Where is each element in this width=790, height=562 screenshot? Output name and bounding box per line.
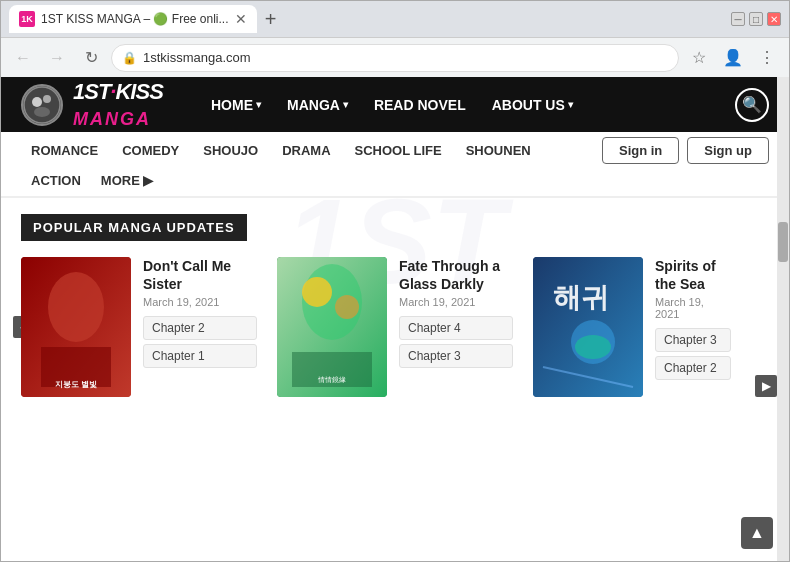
signin-button[interactable]: Sign in: [602, 137, 679, 164]
svg-point-2: [43, 95, 51, 103]
minimize-button[interactable]: ─: [731, 12, 745, 26]
signup-button[interactable]: Sign up: [687, 137, 769, 164]
new-tab-button[interactable]: +: [257, 5, 285, 33]
cover-image-2: 情情鏡緣: [277, 257, 387, 397]
manga-card-3: 해귀 Spirits of the Sea March 19, 2021 Cha…: [533, 257, 769, 397]
header-nav: HOME ▾ MANGA ▾ READ NOVEL ABOUT US ▾: [201, 91, 735, 119]
genre-comedy[interactable]: COMEDY: [112, 139, 189, 162]
genre-nav-wrapper: ROMANCE COMEDY SHOUJO DRAMA SCHOOL LIFE …: [1, 132, 789, 198]
genre-row1: ROMANCE COMEDY SHOUJO DRAMA SCHOOL LIFE …: [21, 134, 769, 166]
window-controls: ─ □ ✕: [731, 12, 781, 26]
manga-date-1: March 19, 2021: [143, 296, 257, 308]
browser-controls: ← → ↻ 🔒 1stkissmanga.com ☆ 👤 ⋮: [1, 37, 789, 77]
genre-school-life[interactable]: SCHOOL LIFE: [345, 139, 452, 162]
genre-more-button[interactable]: MORE ▶: [95, 169, 159, 192]
scroll-to-top-button[interactable]: ▲: [741, 517, 773, 549]
manga-card-2: 情情鏡緣 Fate Through a Glass Darkly March 1…: [277, 257, 513, 397]
browser-frame: 1K 1ST KISS MANGA – 🟢 Free onli... ✕ + ─…: [0, 0, 790, 562]
manga-cover-1: 지붕도 별빛: [21, 257, 131, 397]
bookmark-button[interactable]: ☆: [685, 44, 713, 72]
site-header: 1ST·KISS MANGA HOME ▾ MANGA ▾ READ NOVEL…: [1, 77, 789, 132]
svg-text:情情鏡緣: 情情鏡緣: [317, 376, 346, 383]
active-tab[interactable]: 1K 1ST KISS MANGA – 🟢 Free onli... ✕: [9, 5, 257, 33]
manga-cover-3: 해귀: [533, 257, 643, 397]
chapter-link-3-1[interactable]: Chapter 2: [655, 356, 731, 380]
svg-point-3: [34, 107, 50, 117]
svg-point-17: [575, 335, 611, 359]
auth-buttons: Sign in Sign up: [602, 137, 769, 164]
forward-button[interactable]: →: [43, 44, 71, 72]
svg-point-0: [24, 87, 60, 123]
logo-area: 1ST·KISS MANGA: [21, 79, 201, 131]
tab-close-button[interactable]: ✕: [235, 11, 247, 27]
nav-manga[interactable]: MANGA ▾: [277, 91, 358, 119]
genre-action[interactable]: ACTION: [21, 169, 91, 192]
manga-cover-2: 情情鏡緣: [277, 257, 387, 397]
section-title: POPULAR MANGA UPDATES: [21, 214, 247, 241]
tab-bar: 1K 1ST KISS MANGA – 🟢 Free onli... ✕ +: [9, 5, 719, 33]
logo-text: 1ST·KISS MANGA: [73, 79, 163, 131]
chapter-link-2-0[interactable]: Chapter 4: [399, 316, 513, 340]
lock-icon: 🔒: [122, 51, 137, 65]
genre-romance[interactable]: ROMANCE: [21, 139, 108, 162]
cover-image-3: 해귀: [533, 257, 643, 397]
tab-title: 1ST KISS MANGA – 🟢 Free onli...: [41, 12, 229, 26]
nav-manga-arrow: ▾: [343, 99, 348, 110]
nav-about-us[interactable]: ABOUT US ▾: [482, 91, 583, 119]
manga-date-3: March 19, 2021: [655, 296, 731, 320]
chapter-link-1-0[interactable]: Chapter 2: [143, 316, 257, 340]
manga-date-2: March 19, 2021: [399, 296, 513, 308]
manga-info-2: Fate Through a Glass Darkly March 19, 20…: [399, 257, 513, 397]
svg-point-1: [32, 97, 42, 107]
manga-info-1: Don't Call Me Sister March 19, 2021 Chap…: [143, 257, 257, 397]
genre-shounen[interactable]: SHOUNEN: [456, 139, 541, 162]
back-button[interactable]: ←: [9, 44, 37, 72]
svg-point-10: [302, 277, 332, 307]
svg-text:지붕도 별빛: 지붕도 별빛: [55, 380, 97, 389]
manga-title-3: Spirits of the Sea: [655, 257, 731, 293]
search-button[interactable]: 🔍: [735, 88, 769, 122]
genre-drama[interactable]: DRAMA: [272, 139, 340, 162]
manga-grid: ◀ 지붕도 별빛 Don't: [21, 257, 769, 397]
restore-button[interactable]: □: [749, 12, 763, 26]
main-content: POPULAR MANGA UPDATES ◀ 지붕도 별빛: [1, 198, 789, 413]
genre-row2: ACTION MORE ▶: [21, 166, 769, 194]
svg-point-11: [335, 295, 359, 319]
manga-card-1: ◀ 지붕도 별빛 Don't: [21, 257, 257, 397]
profile-button[interactable]: 👤: [719, 44, 747, 72]
genre-shoujo[interactable]: SHOUJO: [193, 139, 268, 162]
manga-title-2: Fate Through a Glass Darkly: [399, 257, 513, 293]
manga-title-1: Don't Call Me Sister: [143, 257, 257, 293]
menu-button[interactable]: ⋮: [753, 44, 781, 72]
manga-info-3: Spirits of the Sea March 19, 2021 Chapte…: [655, 257, 731, 397]
svg-point-5: [48, 272, 104, 342]
url-text: 1stkissmanga.com: [143, 50, 668, 65]
cover-image-1: 지붕도 별빛: [21, 257, 131, 397]
svg-text:해귀: 해귀: [553, 282, 609, 313]
browser-titlebar: 1K 1ST KISS MANGA – 🟢 Free onli... ✕ + ─…: [1, 1, 789, 37]
nav-read-novel[interactable]: READ NOVEL: [364, 91, 476, 119]
tab-favicon: 1K: [19, 11, 35, 27]
reload-button[interactable]: ↻: [77, 44, 105, 72]
close-button[interactable]: ✕: [767, 12, 781, 26]
page-content: 1ST·KISS MANGA HOME ▾ MANGA ▾ READ NOVEL…: [1, 77, 789, 561]
nav-home-arrow: ▾: [256, 99, 261, 110]
chapter-link-1-1[interactable]: Chapter 1: [143, 344, 257, 368]
chapter-link-2-1[interactable]: Chapter 3: [399, 344, 513, 368]
nav-home[interactable]: HOME ▾: [201, 91, 271, 119]
chapter-link-3-0[interactable]: Chapter 3: [655, 328, 731, 352]
card-next-button-3[interactable]: ▶: [755, 375, 777, 397]
logo-circle: [21, 84, 63, 126]
more-arrow-icon: ▶: [143, 173, 153, 188]
address-bar[interactable]: 🔒 1stkissmanga.com: [111, 44, 679, 72]
nav-about-arrow: ▾: [568, 99, 573, 110]
